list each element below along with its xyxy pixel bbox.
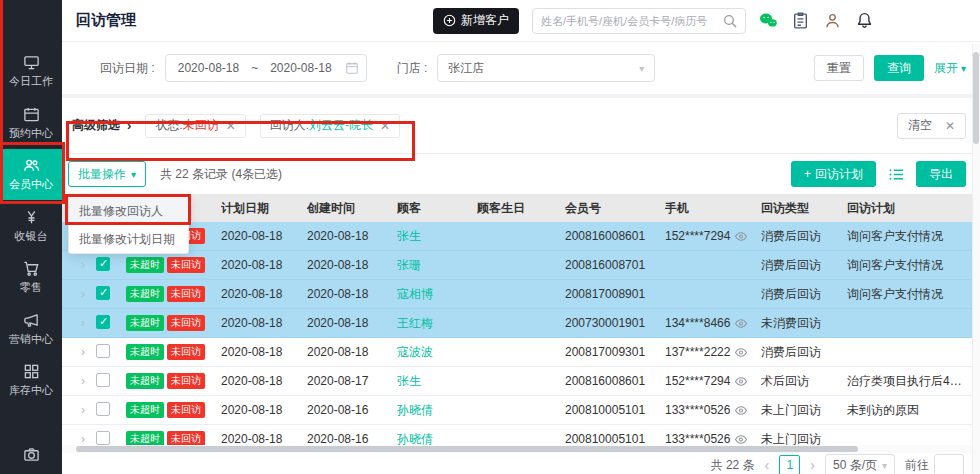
created-date-cell: 2020-08-18 [307, 229, 397, 243]
batch-actions-button[interactable]: 批量操作 ▾ [68, 161, 146, 187]
add-customer-button[interactable]: 新增客户 [433, 8, 519, 34]
customer-link[interactable]: 孙晓倩 [397, 402, 477, 419]
prev-page-button[interactable]: ‹ [765, 458, 770, 472]
status-tag-not-visited: 未回访 [167, 315, 205, 331]
sidebar-item-today-work[interactable]: 今日工作 [0, 46, 62, 97]
customer-link[interactable]: 寇波波 [397, 344, 477, 361]
batch-actions-dropdown: 批量修改回访人 批量修改计划日期 [68, 196, 189, 254]
chevron-right-icon[interactable]: › [127, 118, 131, 133]
search-input[interactable] [541, 15, 723, 27]
bell-icon[interactable] [855, 11, 874, 30]
search-icon[interactable] [723, 14, 737, 28]
status-tag-not-overdue: 未超时 [126, 257, 164, 273]
visit-type-cell: 未消费回访 [761, 315, 847, 332]
row-checkbox[interactable] [96, 286, 110, 300]
eye-icon[interactable] [734, 347, 748, 358]
filter-tag-status: 状态: 未回访 ✕ [145, 114, 245, 138]
eye-icon[interactable] [734, 434, 748, 445]
sidebar-item-device[interactable] [0, 434, 62, 474]
current-page-button[interactable]: 1 [779, 455, 800, 474]
filter-row: 回访日期 : 2020-08-18 ~ 2020-08-18 门店 : 张江店 … [62, 42, 980, 98]
expand-chevron-icon[interactable]: › [81, 287, 85, 301]
page-size-select[interactable]: 50 条/页 ▾ [825, 454, 895, 474]
row-checkbox[interactable] [96, 373, 110, 387]
member-no-cell: 200816008701 [565, 258, 665, 272]
sidebar-item-retail[interactable]: 零售 [0, 252, 62, 303]
expand-chevron-icon[interactable]: › [81, 403, 85, 417]
dropdown-item-edit-visitor[interactable]: 批量修改回访人 [69, 197, 188, 225]
sidebar-item-cashier[interactable]: 收银台 [0, 200, 62, 251]
created-date-cell: 2020-08-17 [307, 374, 397, 388]
plan-date-cell: 2020-08-18 [221, 316, 307, 330]
eye-icon[interactable] [734, 405, 748, 416]
export-button[interactable]: 导出 [916, 161, 966, 187]
eye-icon[interactable] [734, 376, 748, 387]
customer-link[interactable]: 寇相博 [397, 286, 477, 303]
chevron-down-icon: ▾ [131, 169, 136, 180]
grid-icon [23, 363, 40, 380]
sidebar-item-marketing-center[interactable]: 营销中心 [0, 303, 62, 354]
store-label: 门店 : [397, 60, 428, 77]
col-customer: 顾客 [397, 200, 477, 217]
visit-type-cell: 术后回访 [761, 373, 847, 390]
horizontal-scrollbar[interactable] [62, 445, 980, 453]
search-box [532, 8, 746, 34]
expand-chevron-icon[interactable]: › [81, 316, 85, 330]
customer-link[interactable]: 王红梅 [397, 315, 477, 332]
visit-date-range-picker[interactable]: 2020-08-18 ~ 2020-08-18 [165, 54, 367, 82]
sidebar-item-appointment-center[interactable]: 预约中心 [0, 97, 62, 148]
expand-chevron-icon[interactable]: › [81, 258, 85, 272]
visit-type-cell: 消费后回访 [761, 286, 847, 303]
column-settings-button[interactable] [886, 164, 906, 184]
expand-chevron-icon[interactable]: › [81, 432, 85, 445]
col-visit-plan: 回访计划 [847, 200, 980, 217]
eye-icon[interactable] [734, 231, 748, 242]
created-date-cell: 2020-08-18 [307, 287, 397, 301]
goto-page-group: 前往 [905, 454, 964, 474]
store-select[interactable]: 张江店 ▾ [437, 54, 655, 82]
table-row: › 未超时 未回访 2020-08-18 2020-08-17 张生 20081… [62, 367, 980, 396]
camera-icon [23, 446, 40, 463]
expand-chevron-icon[interactable]: › [81, 345, 85, 359]
status-tag-not-visited: 未回访 [167, 373, 205, 389]
close-icon[interactable]: ✕ [380, 119, 390, 133]
customer-service-icon[interactable] [823, 11, 842, 30]
reset-button[interactable]: 重置 [814, 55, 864, 81]
expand-chevron-icon[interactable]: › [81, 374, 85, 388]
phone-cell: 152****7294 [665, 229, 761, 243]
vertical-scrollbar[interactable] [972, 44, 980, 474]
clear-filters-button[interactable]: 清空 ✕ [897, 113, 966, 139]
row-checkbox[interactable] [96, 315, 110, 329]
wechat-icon[interactable] [759, 11, 778, 30]
customer-link[interactable]: 孙晓倩 [397, 431, 477, 446]
close-icon[interactable]: ✕ [226, 119, 236, 133]
expand-toggle[interactable]: 展开 ▾ [934, 60, 966, 77]
customer-link[interactable]: 张生 [397, 373, 477, 390]
visit-type-cell: 未上门回访 [761, 402, 847, 419]
calendar-icon [23, 106, 40, 123]
status-tag-not-overdue: 未超时 [126, 373, 164, 389]
col-phone: 手机 [665, 200, 761, 217]
sidebar-item-inventory-center[interactable]: 库存中心 [0, 355, 62, 406]
row-checkbox[interactable] [96, 257, 110, 271]
sidebar-item-member-center[interactable]: 会员中心 [0, 149, 62, 200]
notes-icon[interactable] [791, 11, 810, 30]
customer-link[interactable]: 张珊 [397, 257, 477, 274]
next-page-button[interactable]: › [810, 458, 815, 472]
row-checkbox[interactable] [96, 402, 110, 416]
goto-page-input[interactable] [934, 454, 964, 474]
created-date-cell: 2020-08-18 [307, 258, 397, 272]
plan-date-cell: 2020-08-18 [221, 229, 307, 243]
advanced-filter-label: 高级筛选 › [72, 117, 131, 134]
eye-icon[interactable] [734, 318, 748, 329]
customer-link[interactable]: 张生 [397, 228, 477, 245]
add-visit-plan-button[interactable]: + 回访计划 [791, 161, 876, 187]
row-checkbox[interactable] [96, 431, 110, 445]
dropdown-item-edit-plan-date[interactable]: 批量修改计划日期 [69, 225, 188, 253]
visit-plan-cell: 未到访的原因 [847, 402, 980, 419]
query-button[interactable]: 查询 [874, 55, 924, 81]
horizontal-scrollbar-thumb[interactable] [76, 446, 858, 452]
vertical-scrollbar-thumb[interactable] [973, 52, 979, 144]
row-checkbox[interactable] [96, 344, 110, 358]
chevron-down-icon: ▾ [961, 63, 966, 74]
